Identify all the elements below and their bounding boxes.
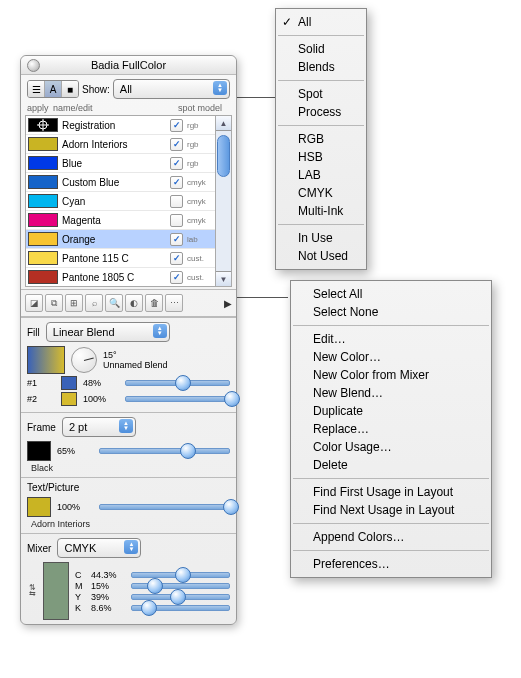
- mixer-swatch[interactable]: [43, 562, 69, 620]
- trash-icon[interactable]: 🗑: [145, 294, 163, 312]
- angle-dial[interactable]: [71, 347, 97, 373]
- color-swatch[interactable]: [28, 194, 58, 208]
- channel-slider[interactable]: [131, 605, 230, 611]
- append-icon[interactable]: ⊞: [65, 294, 83, 312]
- stop-slider[interactable]: [125, 396, 230, 402]
- menu-item[interactable]: LAB: [276, 166, 366, 184]
- menu-item[interactable]: New Blend…: [291, 384, 491, 402]
- spot-checkbox[interactable]: ✓: [170, 271, 183, 284]
- channel-slider[interactable]: [131, 572, 230, 578]
- spot-checkbox[interactable]: ✓: [170, 252, 183, 265]
- color-swatch[interactable]: [28, 270, 58, 284]
- spot-checkbox[interactable]: ✓: [170, 157, 183, 170]
- color-swatch[interactable]: [28, 175, 58, 189]
- titlebar[interactable]: Badia FullColor: [21, 56, 236, 75]
- spot-checkbox[interactable]: ✓: [170, 119, 183, 132]
- channel-slider[interactable]: [131, 583, 230, 589]
- fill-type-popup[interactable]: Linear Blend ▲▼: [46, 322, 170, 342]
- menu-item[interactable]: Select All: [291, 285, 491, 303]
- stop-swatch[interactable]: [61, 376, 77, 390]
- close-icon[interactable]: [27, 59, 40, 72]
- menu-item[interactable]: Preferences…: [291, 555, 491, 573]
- color-row[interactable]: Pantone 115 C✓cust.: [26, 249, 215, 268]
- spot-checkbox[interactable]: ✓: [170, 233, 183, 246]
- flyout-menu-icon[interactable]: ▶: [224, 298, 232, 309]
- menu-item[interactable]: In Use: [276, 229, 366, 247]
- frame-slider[interactable]: [99, 448, 230, 454]
- view-mode-segment[interactable]: ☰ A ■: [27, 80, 79, 98]
- menu-item[interactable]: All: [276, 13, 366, 31]
- show-popup[interactable]: All ▲▼: [113, 79, 230, 99]
- menu-item[interactable]: CMYK: [276, 184, 366, 202]
- scroll-track[interactable]: [216, 131, 231, 271]
- menu-item[interactable]: Edit…: [291, 330, 491, 348]
- menu-item[interactable]: Spot: [276, 85, 366, 103]
- mixer-model-popup[interactable]: CMYK ▲▼: [57, 538, 141, 558]
- updown-icon: ▲▼: [213, 81, 227, 95]
- action-menu[interactable]: Select AllSelect NoneEdit…New Color…New …: [290, 280, 492, 578]
- color-list[interactable]: Registration✓rgbAdorn Interiors✓rgbBlue✓…: [25, 115, 216, 287]
- stop-slider[interactable]: [125, 380, 230, 386]
- frame-swatch[interactable]: [27, 441, 51, 461]
- globe-icon[interactable]: ◐: [125, 294, 143, 312]
- menu-item[interactable]: Find Next Usage in Layout: [291, 501, 491, 519]
- spot-checkbox[interactable]: ✓: [170, 138, 183, 151]
- menu-separator: [293, 550, 489, 551]
- view-list-icon[interactable]: ☰: [28, 81, 45, 97]
- scrollbar[interactable]: ▲ ▼: [216, 115, 232, 287]
- color-swatch[interactable]: [28, 118, 58, 132]
- color-row[interactable]: Orange✓lab: [26, 230, 215, 249]
- textpic-swatch[interactable]: [27, 497, 51, 517]
- menu-item[interactable]: Blends: [276, 58, 366, 76]
- duplicate-icon[interactable]: ⧉: [45, 294, 63, 312]
- color-row[interactable]: Adorn Interiors✓rgb: [26, 135, 215, 154]
- color-row[interactable]: Pantone 1805 C✓cust.: [26, 268, 215, 287]
- menu-separator: [278, 80, 364, 81]
- menu-item[interactable]: Multi-Ink: [276, 202, 366, 220]
- menu-item[interactable]: Not Used: [276, 247, 366, 265]
- view-swatch-icon[interactable]: A: [45, 81, 62, 97]
- spot-checkbox[interactable]: ✓: [170, 176, 183, 189]
- color-row[interactable]: Blue✓rgb: [26, 154, 215, 173]
- frame-weight-popup[interactable]: 2 pt ▲▼: [62, 417, 136, 437]
- color-swatch[interactable]: [28, 156, 58, 170]
- menu-item[interactable]: Process: [276, 103, 366, 121]
- show-filter-menu[interactable]: AllSolidBlendsSpotProcessRGBHSBLABCMYKMu…: [275, 8, 367, 270]
- search-usage-icon[interactable]: ⌕: [85, 294, 103, 312]
- frame-label: Frame: [27, 422, 56, 433]
- menu-item[interactable]: Append Colors…: [291, 528, 491, 546]
- color-row[interactable]: Magentacmyk: [26, 211, 215, 230]
- menu-item[interactable]: Delete: [291, 456, 491, 474]
- color-swatch[interactable]: [28, 251, 58, 265]
- color-row[interactable]: Registration✓rgb: [26, 116, 215, 135]
- swap-icon[interactable]: ⇅⇆: [27, 585, 37, 597]
- scroll-up-icon[interactable]: ▲: [216, 116, 231, 131]
- zoom-icon[interactable]: 🔍: [105, 294, 123, 312]
- color-swatch[interactable]: [28, 213, 58, 227]
- menu-item[interactable]: Solid: [276, 40, 366, 58]
- stop-swatch[interactable]: [61, 392, 77, 406]
- menu-item[interactable]: Color Usage…: [291, 438, 491, 456]
- scroll-down-icon[interactable]: ▼: [216, 271, 231, 286]
- menu-item[interactable]: RGB: [276, 130, 366, 148]
- color-swatch[interactable]: [28, 137, 58, 151]
- menu-item[interactable]: Select None: [291, 303, 491, 321]
- color-swatch[interactable]: [28, 232, 58, 246]
- new-color-icon[interactable]: ◪: [25, 294, 43, 312]
- textpic-slider[interactable]: [99, 504, 230, 510]
- spot-checkbox[interactable]: [170, 214, 183, 227]
- menu-item[interactable]: Duplicate: [291, 402, 491, 420]
- fill-swatch[interactable]: [27, 346, 65, 374]
- menu-item[interactable]: HSB: [276, 148, 366, 166]
- color-row[interactable]: Cyancmyk: [26, 192, 215, 211]
- channel-slider[interactable]: [131, 594, 230, 600]
- spot-checkbox[interactable]: [170, 195, 183, 208]
- scroll-thumb[interactable]: [217, 135, 230, 177]
- color-row[interactable]: Custom Blue✓cmyk: [26, 173, 215, 192]
- menu-item[interactable]: New Color…: [291, 348, 491, 366]
- menu-item[interactable]: Replace…: [291, 420, 491, 438]
- menu-item[interactable]: Find First Usage in Layout: [291, 483, 491, 501]
- view-grid-icon[interactable]: ■: [62, 81, 78, 97]
- more-icon[interactable]: ⋯: [165, 294, 183, 312]
- menu-item[interactable]: New Color from Mixer: [291, 366, 491, 384]
